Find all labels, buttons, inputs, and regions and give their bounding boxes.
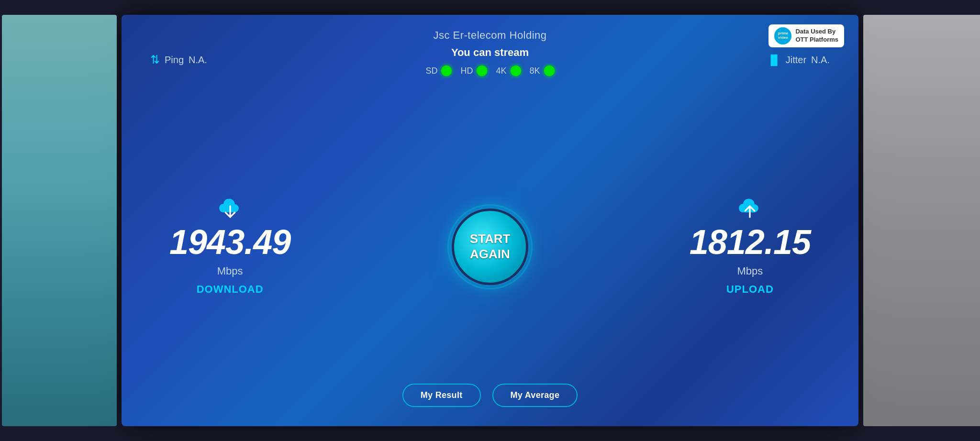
jitter-icon: ▐▌ [767,55,780,66]
ping-section: ⇅ Ping N.A. [150,53,207,66]
download-section: 1943.49 Mbps DOWNLOAD [169,198,290,296]
stream-4k-label: 4K [496,66,506,76]
jitter-label: Jitter [786,55,806,66]
ping-label: Ping [165,55,184,66]
stream-item-sd: SD [425,66,452,76]
download-cloud-icon [218,198,242,221]
upload-cloud-icon [738,198,762,221]
main-content: 1943.49 Mbps DOWNLOAD STARTAGAIN 1812.15 [141,124,839,369]
start-again-text: STARTAGAIN [470,232,511,261]
ping-value: N.A. [189,55,207,66]
right-wall-decoration [863,15,980,426]
stream-8k-label: 8K [530,66,540,76]
stream-indicators: SD HD 4K 8K [425,66,554,76]
ott-label: Data Used By [795,28,838,36]
stream-4k-dot [511,66,521,76]
stream-sd-label: SD [425,66,437,76]
prime-video-icon: prime video [774,27,791,44]
download-label: DOWNLOAD [197,283,264,296]
stream-sd-dot [441,66,452,76]
jitter-value: N.A. [811,55,830,66]
download-value: 1943.49 [169,225,290,259]
my-result-button[interactable]: My Result [402,384,481,407]
header: Jsc Er-telecom Holding [141,24,839,42]
stream-item-hd: HD [460,66,487,76]
stream-hd-label: HD [460,66,473,76]
jitter-section: ▐▌ Jitter N.A. [767,53,830,66]
ping-icon: ⇅ [150,53,160,66]
download-unit: Mbps [217,265,243,277]
stream-item-4k: 4K [496,66,521,76]
ott-sublabel: OTT Platforms [795,36,838,44]
my-average-button[interactable]: My Average [492,384,578,407]
start-again-button[interactable]: STARTAGAIN [452,209,528,285]
upload-unit: Mbps [737,265,763,277]
left-wall-decoration [2,15,117,426]
ott-badge: prime video Data Used By OTT Platforms [768,24,844,47]
upload-value: 1812.15 [690,225,811,259]
speed-test-screen: prime video Data Used By OTT Platforms J… [122,15,858,426]
isp-name: Jsc Er-telecom Holding [433,29,546,42]
stream-8k-dot [544,66,555,76]
stream-item-8k: 8K [530,66,555,76]
upload-section: 1812.15 Mbps UPLOAD [690,198,811,296]
ping-jitter-row: ⇅ Ping N.A. ▐▌ Jitter N.A. [122,53,858,66]
upload-label: UPLOAD [726,283,774,296]
start-button-container[interactable]: STARTAGAIN [452,209,528,285]
stream-hd-dot [477,66,487,76]
bottom-buttons: My Result My Average [402,384,578,407]
